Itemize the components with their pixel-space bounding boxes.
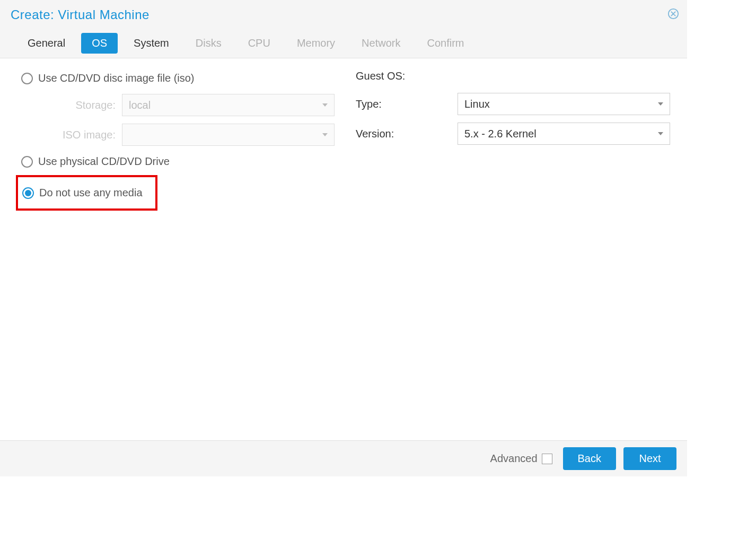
chevron-down-icon [322, 103, 328, 107]
wizard-tabs: General OS System Disks CPU Memory Netwo… [11, 33, 676, 54]
os-type-label: Type: [356, 98, 458, 110]
storage-select: local [122, 94, 335, 116]
next-button[interactable]: Next [623, 447, 676, 470]
advanced-label: Advanced [490, 453, 538, 465]
tab-disks: Disks [185, 33, 232, 54]
dialog-footer: Advanced Back Next [0, 440, 687, 476]
iso-image-field: ISO image: [20, 124, 335, 146]
iso-image-select [122, 124, 335, 146]
storage-field: Storage: local [20, 94, 335, 116]
dialog-header: Create: Virtual Machine General OS Syste… [0, 0, 687, 58]
tab-confirm: Confirm [416, 33, 474, 54]
radio-no-media[interactable]: Do not use any media [21, 185, 144, 201]
back-button[interactable]: Back [563, 447, 616, 470]
tab-cpu: CPU [238, 33, 281, 54]
os-type-select[interactable]: Linux [458, 93, 670, 115]
os-type-value: Linux [464, 98, 658, 110]
radio-use-physical-label: Use physical CD/DVD Drive [38, 155, 170, 168]
media-column: Use CD/DVD disc image file (iso) Storage… [20, 70, 350, 430]
os-version-select[interactable]: 5.x - 2.6 Kernel [458, 123, 670, 145]
create-vm-dialog: Create: Virtual Machine General OS Syste… [0, 0, 687, 476]
radio-icon [21, 73, 33, 84]
tab-general[interactable]: General [17, 33, 76, 54]
tab-network: Network [351, 33, 411, 54]
guest-os-heading: Guest OS: [356, 70, 670, 82]
dialog-title: Create: Virtual Machine [11, 7, 676, 22]
radio-use-iso[interactable]: Use CD/DVD disc image file (iso) [20, 70, 335, 86]
chevron-down-icon [658, 132, 663, 135]
tab-memory: Memory [286, 33, 346, 54]
radio-no-media-label: Do not use any media [39, 187, 143, 199]
guest-os-column: Guest OS: Type: Linux Version: 5.x - 2.6… [350, 70, 670, 430]
os-version-field: Version: 5.x - 2.6 Kernel [356, 123, 670, 145]
storage-value: local [129, 99, 322, 111]
chevron-down-icon [322, 133, 328, 136]
os-version-value: 5.x - 2.6 Kernel [464, 128, 658, 140]
radio-icon [22, 187, 34, 199]
storage-label: Storage: [20, 99, 122, 111]
os-version-label: Version: [356, 128, 458, 140]
iso-image-label: ISO image: [20, 129, 122, 141]
radio-use-physical[interactable]: Use physical CD/DVD Drive [20, 153, 335, 170]
radio-no-media-highlight: Do not use any media [16, 175, 157, 211]
close-button[interactable] [667, 7, 680, 20]
advanced-toggle[interactable]: Advanced [490, 453, 552, 465]
os-type-field: Type: Linux [356, 93, 670, 115]
dialog-body: Use CD/DVD disc image file (iso) Storage… [0, 58, 687, 440]
chevron-down-icon [658, 102, 663, 106]
radio-icon [21, 156, 33, 168]
advanced-checkbox[interactable] [542, 454, 552, 464]
tab-system[interactable]: System [123, 33, 180, 54]
close-icon [667, 8, 679, 20]
tab-os[interactable]: OS [81, 33, 118, 54]
radio-use-iso-label: Use CD/DVD disc image file (iso) [38, 72, 195, 84]
